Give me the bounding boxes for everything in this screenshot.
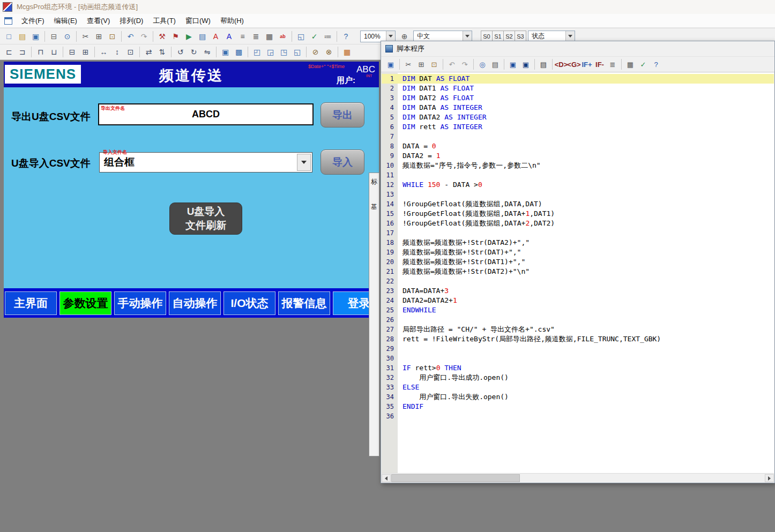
- component-icon[interactable]: ▶: [183, 30, 195, 42]
- cut-icon[interactable]: ✂: [79, 30, 92, 42]
- menu-tools[interactable]: 工具(T): [148, 14, 181, 28]
- undo-icon[interactable]: ↶: [124, 30, 137, 42]
- help-icon[interactable]: ?: [340, 30, 352, 42]
- code-line-17[interactable]: 17: [382, 228, 774, 238]
- rotate-right-icon[interactable]: ↻: [188, 46, 200, 58]
- menu-view[interactable]: 查看(V): [82, 14, 115, 28]
- event-list-icon[interactable]: ≔: [322, 30, 334, 42]
- export-filename-input[interactable]: 导出文件名 ABCD: [98, 103, 314, 125]
- code-line-24[interactable]: 24DATA2=DATA2+1: [382, 296, 774, 305]
- vlist-icon[interactable]: ≣: [250, 30, 262, 42]
- print-icon[interactable]: ⊟: [48, 30, 60, 42]
- paste-icon[interactable]: ⊡: [428, 58, 440, 70]
- align-bottom-icon[interactable]: ⊔: [48, 46, 60, 58]
- code-line-23[interactable]: 23DATA=DATA+3: [382, 286, 774, 296]
- space-horizontal-icon[interactable]: ⇄: [143, 46, 155, 58]
- menu-help[interactable]: 帮助(H): [215, 14, 249, 28]
- code-editor[interactable]: 1DIM DAT AS FLOAT2DIM DAT1 AS FLOAT3DIM …: [382, 73, 774, 473]
- code-line-8[interactable]: 8DATA = 0: [382, 141, 774, 151]
- if-then-icon[interactable]: IF+: [581, 58, 593, 70]
- code-line-32[interactable]: 32 用户窗口.导出成功.open(): [382, 373, 774, 383]
- menu-window[interactable]: 窗口(W): [181, 14, 215, 28]
- same-width-icon[interactable]: ↔: [98, 46, 110, 58]
- if-else-icon[interactable]: IF-: [594, 58, 606, 70]
- menu-config-icon[interactable]: ▤: [196, 30, 208, 42]
- send-back-icon[interactable]: ▩: [233, 46, 245, 58]
- code-line-28[interactable]: 28rett = !FileWriteByStr(局部导出路径,频道数据,FIL…: [382, 334, 774, 344]
- scroll-right-button[interactable]: [765, 474, 774, 482]
- menu-edit[interactable]: 编辑(E): [49, 14, 82, 28]
- usb-refresh-button[interactable]: U盘导入 文件刷新: [169, 203, 242, 235]
- find-replace-icon[interactable]: ▤: [489, 58, 501, 70]
- window-props-icon[interactable]: ◱: [295, 30, 307, 42]
- code-line-36[interactable]: 36: [382, 411, 774, 421]
- spell-check-icon[interactable]: ab: [277, 30, 289, 42]
- align-left-icon[interactable]: ⊏: [3, 46, 15, 58]
- syntax-ok-icon[interactable]: ✓: [637, 58, 649, 70]
- dropdown-arrow-icon[interactable]: [463, 31, 472, 42]
- code-line-7[interactable]: 7: [382, 132, 774, 141]
- font-blue-icon[interactable]: A: [223, 30, 235, 42]
- same-height-icon[interactable]: ↕: [111, 46, 123, 58]
- code-line-26[interactable]: 26: [382, 315, 774, 325]
- confirm-icon[interactable]: ✓: [308, 30, 321, 42]
- code-line-31[interactable]: 31IF rett>0 THEN: [382, 363, 774, 373]
- align-right-icon[interactable]: ⊐: [16, 46, 28, 58]
- menu-arrange[interactable]: 排列(D): [115, 14, 148, 28]
- lock-icon[interactable]: ⊘: [309, 46, 322, 58]
- code-line-16[interactable]: 16!GroupGetFloat(频道数据组,DATA+2,DAT2): [382, 219, 774, 228]
- code-line-13[interactable]: 13: [382, 190, 774, 199]
- comment-icon[interactable]: ▤: [538, 58, 549, 70]
- code-line-22[interactable]: 22: [382, 276, 774, 286]
- cut-icon[interactable]: ✂: [403, 58, 414, 70]
- code-line-21[interactable]: 21频道数据=频道数据+!Str(DAT2)+"\n": [382, 267, 774, 276]
- outline-icon[interactable]: ≣: [607, 58, 618, 70]
- scrollbar-thumb[interactable]: [391, 474, 520, 482]
- code-line-35[interactable]: 35ENDIF: [382, 402, 774, 411]
- palette-grid-icon[interactable]: ▦: [341, 46, 353, 58]
- space-vertical-icon[interactable]: ⇅: [156, 46, 168, 58]
- horizontal-scrollbar[interactable]: [382, 473, 774, 482]
- redo-icon[interactable]: ↷: [138, 30, 150, 42]
- scroll-left-button[interactable]: [382, 474, 391, 482]
- nav-io-status[interactable]: I/O状态: [223, 291, 275, 315]
- code-line-33[interactable]: 33ELSE: [382, 383, 774, 392]
- grid-icon[interactable]: ▦: [263, 30, 275, 42]
- import-file-combobox[interactable]: 导入文件名 组合框: [99, 152, 312, 173]
- export-button[interactable]: 导出: [321, 102, 364, 128]
- center-horizontal-icon[interactable]: ⊟: [66, 46, 78, 58]
- new-icon[interactable]: □: [3, 30, 15, 42]
- help-icon[interactable]: ?: [650, 58, 662, 70]
- dropdown-arrow-icon[interactable]: [565, 31, 575, 42]
- same-size-icon[interactable]: ⊡: [124, 46, 137, 58]
- save-exit-icon[interactable]: ▣: [520, 58, 532, 70]
- nav-auto-operation[interactable]: 自动操作: [169, 291, 221, 315]
- code-line-6[interactable]: 6DIM rett AS INTEGER: [382, 122, 774, 132]
- print-preview-icon[interactable]: ⊙: [61, 30, 73, 42]
- font-red-icon[interactable]: A: [210, 30, 222, 42]
- bring-front-icon[interactable]: ▣: [219, 46, 232, 58]
- code-line-9[interactable]: 9DATA2 = 1: [382, 151, 774, 161]
- attach-icon[interactable]: ◳: [278, 46, 290, 58]
- undo-icon[interactable]: ↶: [446, 58, 458, 70]
- table-icon[interactable]: ▦: [624, 58, 636, 70]
- rotate-left-icon[interactable]: ↺: [174, 46, 187, 58]
- nav-parameter-settings[interactable]: 参数设置: [59, 291, 111, 315]
- workbench-icon[interactable]: ⚒: [156, 30, 168, 42]
- open-icon[interactable]: ▤: [16, 30, 28, 42]
- find-icon[interactable]: ◎: [476, 58, 488, 70]
- code-line-20[interactable]: 20频道数据=频道数据+!Str(DAT1)+",": [382, 257, 774, 267]
- combobox-dropdown-arrow[interactable]: [297, 154, 311, 171]
- copy-icon[interactable]: ⊞: [93, 30, 105, 42]
- check-syntax-icon[interactable]: ▣: [507, 58, 519, 70]
- code-line-10[interactable]: 10频道数据="序号,指令号,参数一,参数二\n": [382, 161, 774, 170]
- align-top-icon[interactable]: ⊓: [34, 46, 47, 58]
- key-icon[interactable]: ⊗: [323, 46, 335, 58]
- import-button[interactable]: 导入: [321, 149, 364, 175]
- dropdown-arrow-icon[interactable]: [386, 31, 395, 42]
- code-line-27[interactable]: 27局部导出路径 = "CH/" + 导出文件名+".csv": [382, 325, 774, 334]
- flip-icon[interactable]: ⇋: [201, 46, 213, 58]
- flag-icon[interactable]: ⚑: [169, 30, 182, 42]
- save-icon[interactable]: ▣: [385, 58, 397, 70]
- code-line-1[interactable]: 1DIM DAT AS FLOAT: [382, 74, 774, 84]
